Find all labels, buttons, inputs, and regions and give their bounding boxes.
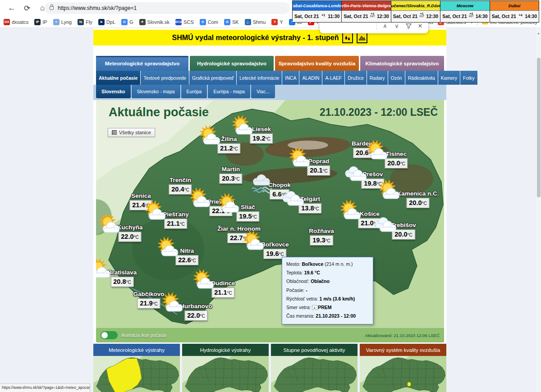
weather-station[interactable]: Trebišov20.0°C (391, 222, 416, 240)
tooltip-label: Čas merania: (286, 313, 316, 319)
weather-station[interactable]: Hurbanovo22.0°C (180, 303, 212, 321)
weather-station[interactable]: Sliač19.5°C (236, 204, 259, 222)
weather-station[interactable]: Senica21.4°C (129, 192, 152, 210)
weather-station[interactable]: Dudince21.1°C (211, 280, 235, 298)
temp-unit: °C (369, 151, 374, 156)
subtab-row2-0[interactable]: Slovensko (96, 85, 131, 98)
subtab-row1-11[interactable]: Kamery (438, 71, 460, 85)
station-temp: 19.3°C (310, 235, 333, 246)
station-name: Nitra (175, 247, 198, 254)
weather-station[interactable]: Žiar n. Hronom22.7°C (217, 225, 261, 243)
subtab-row1-3[interactable]: Letecké informácie (237, 71, 282, 85)
main-tab-2[interactable]: Spravodajstvo kvality ovzdušia (275, 56, 359, 71)
bookmark-item[interactable]: DXdxsatcs (4, 19, 28, 25)
bookmark-item[interactable]: ≈Lyng (53, 19, 72, 25)
bookmark-favicon: ⚓ (245, 19, 251, 25)
bookmark-item[interactable]: SCSSCS (175, 19, 194, 25)
rain-warning-icon[interactable] (342, 32, 353, 43)
bookmark-item[interactable]: ➤DpL (98, 19, 115, 25)
bookmark-item[interactable]: fsFly (78, 19, 92, 25)
bookmark-item[interactable]: GG (121, 19, 133, 25)
station-name: Trenčín (169, 177, 192, 183)
weather-map[interactable]: Aktuálne počasie 21.10.2023 - 12:00 LSEČ… (96, 100, 444, 342)
panel-3[interactable]: Varovný systém kvality ovzdušia (360, 344, 446, 392)
subtab-row1-0[interactable]: Aktuálne počasie (96, 71, 140, 85)
temp-value: 22.7 (230, 234, 243, 242)
subtab-row1-2[interactable]: Grafická predpoveď (189, 71, 236, 85)
subtab-row1-9[interactable]: Ozón (388, 71, 405, 85)
temp-unit: °C (153, 301, 158, 306)
temp-unit: °C (266, 137, 270, 141)
weather-station[interactable]: Liesek19.2°C (250, 126, 273, 144)
bookmark-item[interactable]: ✦Slovnik.sk (139, 19, 170, 25)
subtab-row1-1[interactable]: Textové predpovede (141, 71, 189, 85)
weather-station[interactable]: Prievidza22.1°C (207, 198, 234, 216)
weather-station[interactable]: Chopok6.6°C (268, 182, 291, 200)
main-tab-3[interactable]: Klimatologické spravodajstvo (360, 56, 444, 71)
clock-column[interactable]: MoscowSat, Oct 21+3DST14:30 (440, 1, 489, 22)
subtab-row1-5[interactable]: ALADIN (299, 71, 322, 85)
weather-station[interactable]: Bratislava20.8°C (108, 269, 137, 287)
subtab-row1-7[interactable]: Družice (345, 71, 367, 85)
weather-station[interactable]: Boľkovce19.6°C☝ (261, 241, 289, 259)
all-stations-button[interactable]: Všetky stanice (108, 128, 155, 137)
panel-1[interactable]: Hydrologické výstrahy (182, 344, 269, 392)
bookmark-item[interactable]: IPIP (34, 19, 47, 25)
main-tab-1[interactable]: Hydrologické spravodajstvo (190, 56, 274, 71)
wind-warning-icon[interactable] (357, 32, 367, 43)
weather-station[interactable]: Kuchyňa22.0°C (117, 224, 142, 242)
scrollbar[interactable]: ▲ (536, 28, 541, 392)
weather-station[interactable]: Nitra22.6°C (175, 247, 198, 265)
animation-toggle[interactable] (101, 331, 118, 339)
clock-dst-flag: DST (370, 15, 375, 18)
weather-station[interactable]: Rožňava19.3°C (309, 228, 334, 246)
bookmark-favicon: ➤ (98, 19, 105, 25)
weather-station[interactable]: Martin20.3°C (219, 166, 242, 184)
scroll-up-arrow[interactable]: ▲ (537, 32, 540, 35)
weather-station[interactable]: Piešťany21.1°C (163, 211, 189, 229)
bookmark-item[interactable]: GCom (200, 19, 218, 25)
weather-station[interactable]: Poprad20.1°C (307, 158, 330, 176)
panel-2[interactable]: Stupne povodňovej aktivity (271, 344, 358, 392)
weather-station[interactable]: Telgárt13.8°C (298, 196, 321, 214)
temp-unit: °C (323, 169, 328, 173)
address-bar[interactable]: https://www.shmu.sk/sk/?page=1 (44, 2, 290, 14)
weather-station[interactable]: Košice21.0°C (358, 210, 381, 228)
clock-city-name: Berlin-Paris-Vienna-Belgrade (342, 1, 390, 10)
clock-column[interactable]: Lučenec/Slovakia_R.DávidSat, Oct 21+1DST… (391, 1, 440, 22)
subtab-row2-2[interactable]: Európa (181, 85, 207, 98)
find-input[interactable] (322, 21, 374, 30)
back-button[interactable]: ← (5, 2, 18, 14)
clock-column[interactable]: Rabat-Casablanca-LondonSat, Oct 21+111:3… (293, 1, 341, 22)
subtab-row2-4[interactable]: Viac... (251, 85, 275, 98)
subtab-row1-12[interactable]: Fotky (460, 71, 477, 85)
subtab-row2-3[interactable]: Európa - mapa (208, 85, 250, 98)
station-temp: 20.8°C (110, 277, 133, 287)
clock-column[interactable]: Berlin-Paris-Vienna-BelgradeSat, Oct 21+… (341, 1, 390, 22)
station-name: Martin (219, 166, 242, 173)
temp-unit: °C (422, 201, 427, 206)
panel-0[interactable]: Meteorologické výstrahy (93, 344, 180, 392)
main-tab-0[interactable]: Meteorologické spravodajstvo (96, 56, 188, 71)
reload-button[interactable]: ⟳ (21, 2, 33, 14)
subtab-row1-10[interactable]: Rádioaktivita (405, 71, 438, 85)
subtab-row1-8[interactable]: Radary (367, 71, 388, 85)
subtab-row1-6[interactable]: A-LAEF (322, 71, 344, 85)
station-tooltip: Mesto: Boľkovce (214 m n. m.)Teplota: 19… (282, 257, 373, 324)
weather-station[interactable]: Žilina21.2°C (217, 136, 240, 154)
bookmark-item[interactable]: YY (271, 19, 283, 25)
weather-station[interactable]: Gabčíkovo21.9°C (133, 291, 164, 309)
scrollbar-thumb[interactable] (537, 58, 541, 197)
weather-station[interactable]: Kamenica n.C.20.0°C (397, 190, 439, 208)
weather-station[interactable]: Prešov19.8°C (361, 171, 384, 189)
bookmark-item[interactable]: GSK (224, 19, 239, 25)
weather-station[interactable]: Trenčín20.4°C (169, 177, 192, 195)
animation-toggle-label: Animácia ikon počasia (121, 333, 166, 338)
subtab-row1-4[interactable]: INCA (282, 71, 299, 85)
weather-station[interactable]: Bardejov20.6°C (352, 140, 378, 158)
bookmark-favicon: Y (271, 19, 278, 25)
clock-column[interactable]: DubaiSat, Oct 21+414:30 (490, 1, 539, 22)
subtab-row2-1[interactable]: Slovensko - mapa (132, 85, 180, 98)
weather-station[interactable]: Tisinec20.0°C (385, 150, 408, 169)
bookmark-item[interactable]: ⚓Shmu (245, 19, 266, 25)
